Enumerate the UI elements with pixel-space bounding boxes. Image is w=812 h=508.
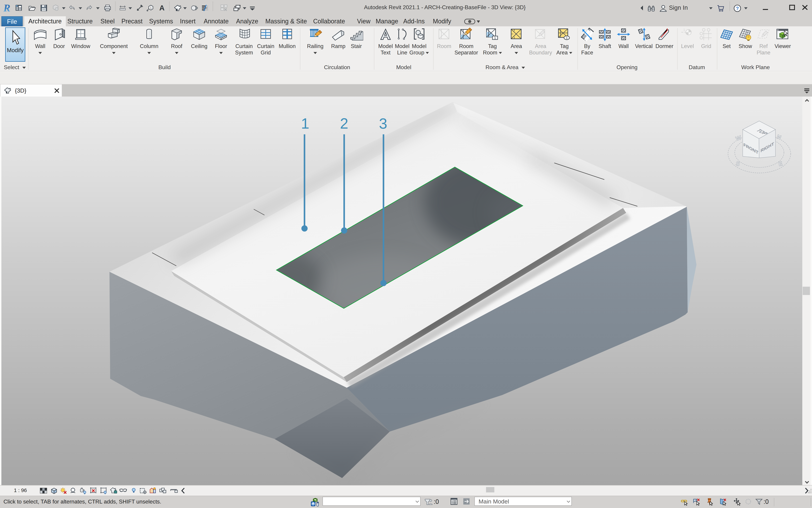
- svg-text:1: 1: [301, 115, 309, 132]
- svg-text:?: ?: [736, 6, 739, 11]
- svg-text:2: 2: [340, 115, 348, 132]
- svg-text:N: N: [776, 133, 782, 141]
- svg-text:3: 3: [379, 115, 387, 132]
- svg-text:E: E: [778, 160, 783, 167]
- svg-text:S: S: [735, 160, 740, 167]
